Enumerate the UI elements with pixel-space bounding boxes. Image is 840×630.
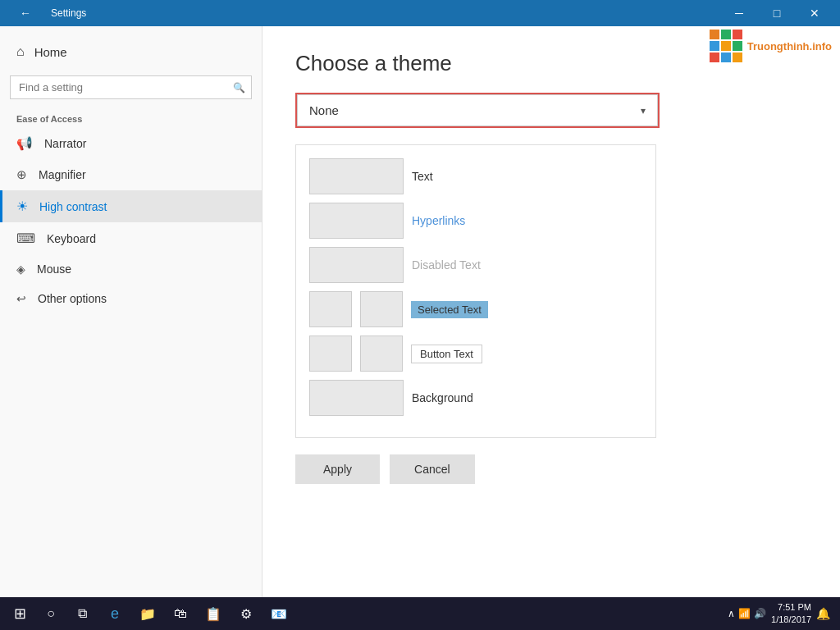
swatch-row-hyperlinks: Hyperlinks [309,203,642,239]
sidebar-item-magnifier[interactable]: ⊕ Magnifier [0,159,262,190]
home-label: Home [34,45,67,59]
swatch-selected-color2[interactable] [360,291,403,327]
search-icon: 🔍 [233,82,245,94]
section-label: Ease of Access [0,106,262,127]
main-container: ⌂ Home 🔍 Ease of Access 📢 Narrator ⊕ Mag… [0,26,840,597]
search-button[interactable]: ○ [36,597,66,630]
minimize-icon: ─ [735,7,743,20]
apply-button[interactable]: Apply [295,454,380,484]
sidebar-item-narrator[interactable]: 📢 Narrator [0,127,262,159]
swatch-row-text: Text [309,158,642,194]
mail-icon[interactable]: 📧 [262,597,295,630]
cancel-button[interactable]: Cancel [390,454,475,484]
mouse-label: Mouse [37,262,71,276]
home-button[interactable]: ⌂ Home [0,34,262,69]
watermark-squares [710,30,742,62]
magnifier-label: Magnifier [39,168,86,181]
sidebar-item-high-contrast[interactable]: ☀ High contrast [0,190,262,222]
swatch-disabled-label: Disabled Text [412,258,481,272]
network-icon[interactable]: 📶 [738,608,751,619]
date-display: 1/18/2017 [771,614,811,626]
taskbar-apps-icon[interactable]: 📋 [197,597,230,630]
swatches-panel: Text Hyperlinks Disabled Text Selected T… [295,144,656,438]
keyboard-icon: ⌨ [16,231,35,246]
mouse-icon: ◈ [16,262,25,276]
search-box: 🔍 [10,75,252,99]
title-bar-left: ← Settings [7,0,720,26]
maximize-icon: □ [774,7,780,20]
sidebar-item-other-options[interactable]: ↩ Other options [0,284,262,313]
high-contrast-icon: ☀ [16,199,28,214]
swatch-hyperlinks-color[interactable] [309,203,404,239]
swatch-row-disabled: Disabled Text [309,247,642,283]
swatch-text-color[interactable] [309,158,404,194]
title-bar: ← Settings ─ □ ✕ [0,0,840,26]
swatch-button-label: Button Text [411,345,482,363]
other-options-icon: ↩ [16,292,26,305]
maximize-button[interactable]: □ [758,0,796,26]
content-area: Choose a theme None ▾ Text Hyperlinks [262,26,840,597]
theme-dropdown-wrapper: None ▾ [295,93,660,128]
swatch-selected-color1[interactable] [309,291,352,327]
volume-icon[interactable]: 🔊 [754,608,766,619]
taskbar: ⊞ ○ ⧉ e 📁 🛍 📋 ⚙ 📧 ∧ 📶 🔊 7:51 PM 1/18/201… [0,597,840,630]
swatch-background-color[interactable] [309,380,404,416]
narrator-label: Narrator [44,137,86,150]
high-contrast-label: High contrast [39,200,107,213]
swatch-background-label: Background [412,391,473,404]
swatch-text-label: Text [412,170,433,183]
other-options-label: Other options [38,292,107,305]
swatch-row-selected: Selected Text [309,291,642,327]
back-button[interactable]: ← [7,0,44,26]
action-buttons: Apply Cancel [295,454,807,484]
explorer-icon[interactable]: 📁 [131,597,164,630]
chevron-up-icon[interactable]: ∧ [728,608,735,619]
store-icon[interactable]: 🛍 [164,597,197,630]
close-button[interactable]: ✕ [796,0,833,26]
minimize-button[interactable]: ─ [720,0,758,26]
sidebar: ⌂ Home 🔍 Ease of Access 📢 Narrator ⊕ Mag… [0,26,262,597]
sidebar-item-mouse[interactable]: ◈ Mouse [0,254,262,284]
back-icon: ← [20,7,31,20]
sys-tray-icons: ∧ 📶 🔊 [728,608,766,619]
narrator-icon: 📢 [16,135,33,151]
sidebar-item-keyboard[interactable]: ⌨ Keyboard [0,222,262,254]
watermark-text: Truongthinh.info [747,40,832,52]
title-bar-controls: ─ □ ✕ [720,0,833,26]
dropdown-chevron-icon: ▾ [641,105,646,116]
settings-icon[interactable]: ⚙ [230,597,262,630]
taskview-icon[interactable]: ⧉ [66,597,98,630]
magnifier-icon: ⊕ [16,167,27,182]
keyboard-label: Keyboard [47,232,96,245]
swatch-disabled-color[interactable] [309,247,404,283]
swatch-selected-label: Selected Text [411,301,488,318]
home-icon: ⌂ [16,44,25,59]
taskbar-time[interactable]: 7:51 PM 1/18/2017 [771,601,811,627]
theme-dropdown[interactable]: None ▾ [297,94,658,126]
app-title: Settings [51,7,86,19]
swatch-row-background: Background [309,380,642,416]
edge-icon[interactable]: e [98,597,131,630]
start-button[interactable]: ⊞ [3,597,36,630]
notification-icon[interactable]: 🔔 [816,607,830,620]
swatch-row-button: Button Text [309,336,642,372]
watermark-area: Truongthinh.info [710,30,832,62]
search-input[interactable] [10,75,252,99]
swatch-button-color2[interactable] [360,336,403,372]
taskbar-sys: ∧ 📶 🔊 7:51 PM 1/18/2017 🔔 [728,601,837,627]
taskbar-icons: ⧉ e 📁 🛍 📋 ⚙ 📧 [66,597,295,630]
close-icon: ✕ [810,7,819,20]
theme-selected-value: None [309,103,339,117]
swatch-button-color1[interactable] [309,336,352,372]
swatch-hyperlinks-label: Hyperlinks [412,214,465,227]
time-display: 7:51 PM [771,601,811,614]
